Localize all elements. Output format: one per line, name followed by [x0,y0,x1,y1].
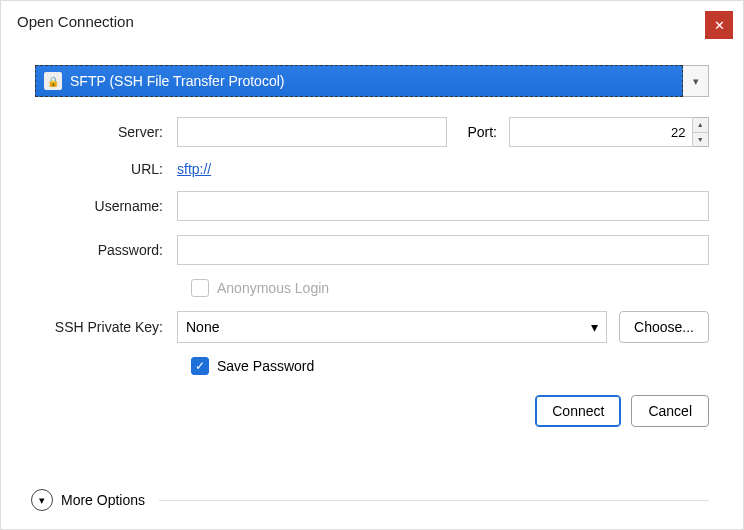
url-label: URL: [35,161,177,177]
save-password-label: Save Password [217,358,314,374]
protocol-select[interactable]: 🔒 SFTP (SSH File Transfer Protocol) [35,65,683,97]
ssh-key-label: SSH Private Key: [35,319,177,335]
chevron-down-icon: ▾ [591,319,598,335]
window-title: Open Connection [17,13,134,30]
password-input[interactable] [177,235,709,265]
open-connection-dialog: Open Connection ✕ 🔒 SFTP (SSH File Trans… [0,0,744,530]
ssh-key-select[interactable]: None ▾ [177,311,607,343]
lock-icon: 🔒 [44,72,62,90]
divider [159,500,709,501]
server-input[interactable] [177,117,447,147]
protocol-selected-label: SFTP (SSH File Transfer Protocol) [70,73,284,89]
close-button[interactable]: ✕ [705,11,733,39]
save-password-checkbox[interactable]: ✓ [191,357,209,375]
connect-button[interactable]: Connect [535,395,621,427]
port-label: Port: [447,124,509,140]
ssh-key-selected-label: None [186,319,219,335]
anonymous-login-label: Anonymous Login [217,280,329,296]
username-input[interactable] [177,191,709,221]
spinner-up-icon[interactable]: ▲ [693,118,709,133]
username-label: Username: [35,198,177,214]
protocol-dropdown-button[interactable]: ▾ [683,65,709,97]
spinner-down-icon[interactable]: ▼ [693,133,709,147]
port-spinner[interactable]: ▲ ▼ [693,117,710,147]
choose-button[interactable]: Choose... [619,311,709,343]
more-options-label[interactable]: More Options [61,492,145,508]
server-label: Server: [35,124,177,140]
port-input[interactable] [509,117,693,147]
chevron-down-icon: ▾ [693,75,699,88]
password-label: Password: [35,242,177,258]
expand-icon[interactable]: ▾ [31,489,53,511]
anonymous-login-checkbox[interactable] [191,279,209,297]
cancel-button[interactable]: Cancel [631,395,709,427]
titlebar: Open Connection ✕ [1,1,743,41]
close-icon: ✕ [714,19,725,32]
url-link[interactable]: sftp:// [177,161,211,177]
